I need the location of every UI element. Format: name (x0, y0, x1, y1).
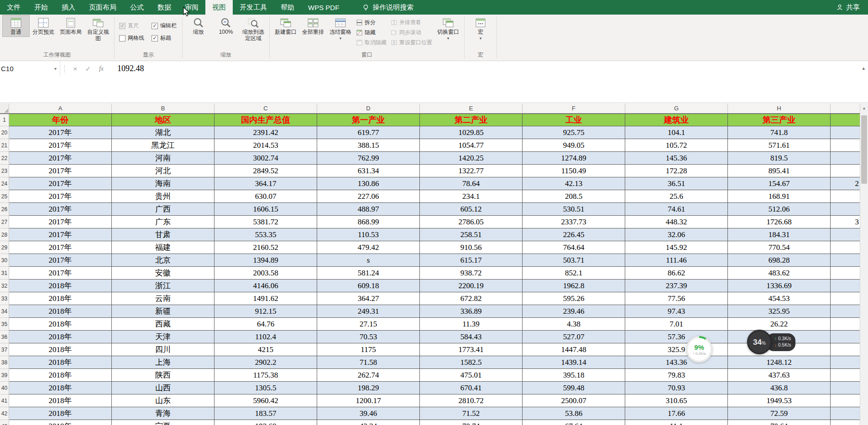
cell-H23[interactable]: 895.41 (728, 165, 831, 177)
cell-G1[interactable]: 建筑业 (625, 114, 728, 126)
cell-E28[interactable]: 258.51 (420, 228, 523, 241)
cell-F25[interactable]: 208.5 (523, 190, 625, 203)
cell-partial-42[interactable] (831, 407, 860, 420)
cell-partial-21[interactable] (831, 139, 860, 152)
row-header-34[interactable]: 34 (0, 305, 9, 318)
cell-E34[interactable]: 336.89 (420, 305, 523, 318)
cell-G36[interactable]: 57.36 (625, 331, 728, 343)
cell-G28[interactable]: 32.06 (625, 228, 728, 241)
cell-H35[interactable]: 26.22 (728, 318, 831, 331)
arrange-all-button[interactable]: 全部重排 (300, 16, 326, 36)
cell-G27[interactable]: 448.32 (625, 216, 728, 228)
cell-B40[interactable]: 山西 (112, 382, 214, 394)
cell-G39[interactable]: 79.83 (625, 369, 728, 382)
formula-bar-resize-handle[interactable] (64, 65, 65, 73)
cell-H25[interactable]: 168.91 (728, 190, 831, 203)
cell-C20[interactable]: 2391.42 (214, 126, 317, 139)
cell-D43[interactable]: 43.34 (317, 420, 420, 425)
cell-H40[interactable]: 436.8 (728, 382, 831, 394)
cell-D24[interactable]: 130.86 (317, 177, 420, 190)
cell-G42[interactable]: 17.66 (625, 407, 728, 420)
cell-B42[interactable]: 青海 (112, 407, 214, 420)
cell-E40[interactable]: 670.41 (420, 382, 523, 394)
name-box-caret-icon[interactable]: ▾ (51, 66, 60, 71)
cell-G25[interactable]: 25.6 (625, 190, 728, 203)
scrollbar-thumb[interactable] (861, 115, 867, 184)
cell-A40[interactable]: 2018年 (9, 382, 112, 394)
gridlines-checkbox[interactable]: 网格线 (119, 34, 144, 42)
new-window-button[interactable]: 新建窗口 (272, 16, 299, 36)
cell-A29[interactable]: 2017年 (9, 241, 112, 254)
cell-H31[interactable]: 483.62 (728, 267, 831, 280)
cell-G37[interactable]: 325.9 (625, 343, 728, 356)
row-header-43[interactable]: 43 (0, 420, 9, 425)
cell-D20[interactable]: 619.77 (317, 126, 420, 139)
cell-F23[interactable]: 1150.49 (523, 165, 625, 177)
row-header-36[interactable]: 36 (0, 331, 9, 343)
cell-A38[interactable]: 2018年 (9, 356, 112, 369)
cell-A36[interactable]: 2018年 (9, 331, 112, 343)
checkbox-checked-icon[interactable] (152, 35, 158, 41)
cell-C31[interactable]: 2003.58 (214, 267, 317, 280)
cell-F20[interactable]: 925.75 (523, 126, 625, 139)
cell-B20[interactable]: 湖北 (112, 126, 214, 139)
cell-C26[interactable]: 1606.15 (214, 203, 317, 216)
cell-B37[interactable]: 四川 (112, 343, 214, 356)
cell-E1[interactable]: 第二产业 (420, 114, 523, 126)
cell-C30[interactable]: 1394.89 (214, 254, 317, 267)
cell-B43[interactable]: 宁夏 (112, 420, 214, 425)
cell-C37[interactable]: 4215 (214, 343, 317, 356)
cell-D42[interactable]: 39.46 (317, 407, 420, 420)
cell-H26[interactable]: 512.06 (728, 203, 831, 216)
cell-G20[interactable]: 104.1 (625, 126, 728, 139)
cell-B28[interactable]: 甘肃 (112, 228, 214, 241)
cell-partial-27[interactable]: 3 (831, 216, 860, 228)
cell-E33[interactable]: 672.82 (420, 292, 523, 305)
menu-tab-开始[interactable]: 开始 (27, 0, 55, 15)
formula-bar-checkbox[interactable]: 编辑栏 (152, 22, 177, 30)
tell-me-search[interactable]: 操作说明搜索 (358, 0, 418, 15)
cell-D26[interactable]: 488.97 (317, 203, 420, 216)
cell-A43[interactable]: 2018年 (9, 420, 112, 425)
cell-E39[interactable]: 475.01 (420, 369, 523, 382)
row-header-31[interactable]: 31 (0, 267, 9, 280)
cell-A37[interactable]: 2018年 (9, 343, 112, 356)
cell-C27[interactable]: 5381.72 (214, 216, 317, 228)
cell-E38[interactable]: 1582.5 (420, 356, 523, 369)
cell-G26[interactable]: 74.61 (625, 203, 728, 216)
row-header-26[interactable]: 26 (0, 203, 9, 216)
cell-H22[interactable]: 819.5 (728, 152, 831, 165)
cell-partial-43[interactable] (831, 420, 860, 425)
cell-E21[interactable]: 1054.77 (420, 139, 523, 152)
cell-A21[interactable]: 2017年 (9, 139, 112, 152)
row-header-1[interactable]: 1 (0, 114, 9, 126)
cell-A23[interactable]: 2017年 (9, 165, 112, 177)
cell-C32[interactable]: 4146.06 (214, 280, 317, 292)
cell-F36[interactable]: 527.07 (523, 331, 625, 343)
cell-B36[interactable]: 天津 (112, 331, 214, 343)
cell-H1[interactable]: 第三产业 (728, 114, 831, 126)
zoom-100-button[interactable]: 100% (213, 16, 239, 36)
cell-B39[interactable]: 陕西 (112, 369, 214, 382)
cell-D40[interactable]: 198.29 (317, 382, 420, 394)
cell-partial-36[interactable] (831, 331, 860, 343)
cell-E27[interactable]: 2786.05 (420, 216, 523, 228)
column-header-C[interactable]: C (214, 104, 317, 113)
cell-B38[interactable]: 上海 (112, 356, 214, 369)
row-header-29[interactable]: 29 (0, 241, 9, 254)
row-header-20[interactable]: 20 (0, 126, 9, 139)
cell-partial-31[interactable] (831, 267, 860, 280)
headings-checkbox[interactable]: 标题 (152, 34, 177, 42)
row-header-40[interactable]: 40 (0, 382, 9, 394)
cell-partial-22[interactable] (831, 152, 860, 165)
row-header-42[interactable]: 42 (0, 407, 9, 420)
row-header-33[interactable]: 33 (0, 292, 9, 305)
cell-H30[interactable]: 698.28 (728, 254, 831, 267)
cell-A41[interactable]: 2018年 (9, 394, 112, 407)
cell-H27[interactable]: 1726.68 (728, 216, 831, 228)
cell-G35[interactable]: 7.01 (625, 318, 728, 331)
cell-E42[interactable]: 71.52 (420, 407, 523, 420)
cell-F32[interactable]: 1962.8 (523, 280, 625, 292)
cell-H39[interactable]: 437.63 (728, 369, 831, 382)
cell-partial-33[interactable] (831, 292, 860, 305)
